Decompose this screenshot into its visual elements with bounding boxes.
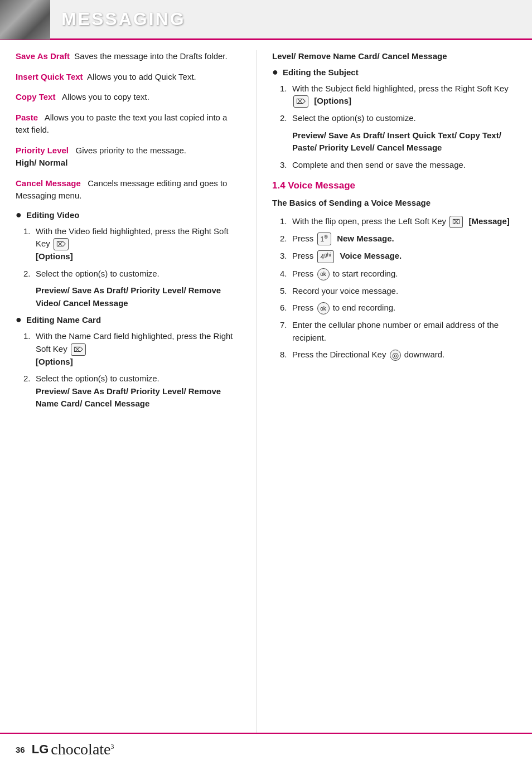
voice-step-3: 3. Press 4ghi Voice Message. <box>280 250 516 263</box>
term-cancel-message: Cancel Message <box>16 178 81 188</box>
entry-insert-quick-text: Insert Quick Text Allows you to add Quic… <box>16 71 243 84</box>
voice-step-2: 2. Press 1® New Message. <box>280 233 516 246</box>
page-number: 36 <box>16 745 25 754</box>
step-num: 2. <box>280 112 292 125</box>
step-num: 7. <box>280 319 292 332</box>
step-text: Select the option(s) to customize. <box>36 268 243 280</box>
ok-button-icon: ok <box>317 268 330 280</box>
brand-product: chocolate3 <box>51 740 114 758</box>
step-num: 2. <box>280 233 292 245</box>
step-text: Select the option(s) to customize. Previ… <box>36 372 243 410</box>
voice-message-label: Voice Message. <box>340 251 402 260</box>
voice-message-steps: 1. With the flip open, press the Left So… <box>280 215 516 361</box>
step-num: 1. <box>280 215 292 228</box>
term-priority-level: Priority Level <box>16 146 69 155</box>
editing-subject-label: Editing the Subject <box>283 67 359 77</box>
left-soft-key-icon: ⌧ <box>449 216 463 228</box>
step-num: 4. <box>280 268 292 280</box>
step-num: 1. <box>23 330 36 343</box>
subject-options-list: Preview/ Save As Draft/ Insert Quick Tex… <box>292 129 516 154</box>
entry-save-as-draft: Save As Draft Saves the message into the… <box>16 50 243 63</box>
desc-save-as-draft: Saves the message into the Drafts folder… <box>74 51 227 61</box>
term-copy-text: Copy Text <box>16 92 55 101</box>
right-soft-key-icon: ⌦ <box>293 95 308 108</box>
desc-priority-level: Gives priority to the message. <box>76 146 186 155</box>
voice-step-8: 8. Press the Directional Key ◎ downward. <box>280 348 516 361</box>
editing-name-card-label: Editing Name Card <box>26 315 101 325</box>
step-num: 1. <box>280 83 292 95</box>
step-num: 2. <box>23 268 36 280</box>
editing-video-step-2: 2. Select the option(s) to customize. <box>23 268 243 280</box>
page-header: MESSAGING <box>0 0 532 40</box>
editing-subject-step-1: 1. With the Subject field highlighted, p… <box>280 83 516 108</box>
term-insert-quick-text: Insert Quick Text <box>16 72 83 81</box>
term-save-as-draft: Save As Draft <box>16 51 70 61</box>
step-text: Press ok to end recording. <box>292 302 516 314</box>
editing-subject-steps: 1. With the Subject field highlighted, p… <box>280 83 516 172</box>
left-column: Save As Draft Saves the message into the… <box>0 50 257 733</box>
ok-button-icon: ok <box>317 302 330 314</box>
step-num: 2. <box>23 372 36 385</box>
voice-step-7: 7. Enter the cellular phone number or em… <box>280 319 516 344</box>
step-text: Enter the cellular phone number or email… <box>292 319 516 344</box>
desc-copy-text: Allows you to copy text. <box>62 92 149 101</box>
editing-video-section: ● Editing Video 1. With the Video field … <box>16 210 243 310</box>
voice-message-sub-heading: The Basics of Sending a Voice Message <box>272 197 516 210</box>
step-num: 8. <box>280 348 292 361</box>
page-title: MESSAGING <box>50 9 186 30</box>
right-soft-key-icon: ⌦ <box>54 238 69 250</box>
options-label: [Options] <box>36 251 73 261</box>
bullet-icon: ● <box>16 209 22 221</box>
editing-name-card-section: ● Editing Name Card 1. With the Name Car… <box>16 315 243 410</box>
voice-message-section-heading: 1.4 Voice Message <box>272 180 516 191</box>
step-text: Press the Directional Key ◎ downward. <box>292 348 516 361</box>
brand-logo: LG chocolate3 <box>32 740 114 758</box>
directional-key-icon: ◎ <box>390 350 401 361</box>
step-num: 3. <box>280 159 292 172</box>
step-text: Select the option(s) to customize. <box>292 112 516 125</box>
step-text: Press 4ghi Voice Message. <box>292 250 516 263</box>
step-num: 3. <box>280 250 292 263</box>
desc-paste: Allows you to paste the text you last co… <box>16 113 227 135</box>
term-paste: Paste <box>16 113 38 122</box>
editing-video-step-1: 1. With the Video field highlighted, pre… <box>23 225 243 263</box>
step-num: 6. <box>280 302 292 314</box>
page-footer: 36 LG chocolate3 <box>0 733 532 765</box>
voice-step-6: 6. Press ok to end recording. <box>280 302 516 314</box>
step-text: With the flip open, press the Left Soft … <box>292 215 516 228</box>
editing-subject-step-2: 2. Select the option(s) to customize. <box>280 112 516 125</box>
editing-name-card-steps: 1. With the Name Card field highlighted,… <box>23 330 243 410</box>
name-card-options: Preview/ Save As Draft/ Priority Level/ … <box>36 386 221 409</box>
step-text: Record your voice message. <box>292 285 516 298</box>
entry-cancel-message: Cancel Message Cancels message editing a… <box>16 177 243 202</box>
name-card-options-continued: Level/ Remove Name Card/ Cancel Message <box>272 50 516 63</box>
bullet-icon: ● <box>16 314 22 326</box>
step-text: With the Video field highlighted, press … <box>36 225 243 263</box>
main-content: Save As Draft Saves the message into the… <box>0 40 532 733</box>
right-soft-key-icon: ⌦ <box>71 343 86 356</box>
step-text: Press 1® New Message. <box>292 233 516 246</box>
editing-name-card-step-2: 2. Select the option(s) to customize. Pr… <box>23 372 243 410</box>
message-label: [Message] <box>469 216 510 226</box>
entry-copy-text: Copy Text Allows you to copy text. <box>16 91 243 104</box>
editing-video-steps: 1. With the Video field highlighted, pre… <box>23 225 243 310</box>
editing-subject-step-3: 3. Complete and then send or save the me… <box>280 159 516 172</box>
editing-name-card-heading: ● Editing Name Card <box>16 315 243 326</box>
voice-step-5: 5. Record your voice message. <box>280 285 516 298</box>
video-options-list: Preview/ Save As Draft/ Priority Level/ … <box>36 284 243 309</box>
entry-paste: Paste Allows you to paste the text you l… <box>16 112 243 137</box>
header-image <box>0 0 50 40</box>
priority-options: High/ Normal <box>16 158 67 167</box>
editing-video-heading: ● Editing Video <box>16 210 243 221</box>
voice-step-1: 1. With the flip open, press the Left So… <box>280 215 516 228</box>
step-text: With the Subject field highlighted, pres… <box>292 83 516 108</box>
editing-video-label: Editing Video <box>26 210 80 220</box>
editing-subject-heading: ● Editing the Subject <box>272 67 516 78</box>
entry-priority-level: Priority Level Gives priority to the mes… <box>16 144 243 170</box>
key-4-icon: 4ghi <box>317 250 335 263</box>
key-1-icon: 1® <box>317 233 331 245</box>
editing-name-card-step-1: 1. With the Name Card field highlighted,… <box>23 330 243 368</box>
brand-lg: LG <box>32 742 49 757</box>
options-label: [Options] <box>314 96 351 105</box>
options-label: [Options] <box>36 357 73 366</box>
